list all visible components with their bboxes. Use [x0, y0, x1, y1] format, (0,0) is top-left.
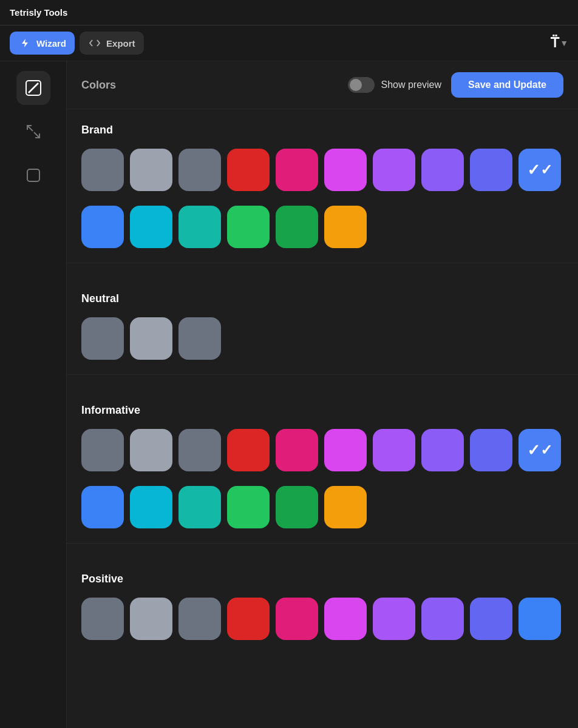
- svg-line-1: [29, 83, 38, 93]
- color-swatch-b2[interactable]: [130, 149, 172, 191]
- color-swatch-i14[interactable]: [227, 486, 270, 528]
- informative-section: Informative ✓: [67, 389, 578, 528]
- title-bar: Tetrisly Tools: [0, 0, 578, 25]
- color-swatch-i2[interactable]: [130, 429, 172, 471]
- informative-title: Informative: [81, 404, 563, 417]
- color-swatch-i15[interactable]: [276, 486, 318, 528]
- neutral-row1: [81, 317, 563, 360]
- neutral-title: Neutral: [81, 292, 563, 305]
- chevron-down-icon[interactable]: ▼: [560, 38, 568, 48]
- color-swatch-i9[interactable]: [470, 429, 512, 471]
- color-swatch-b5[interactable]: [276, 149, 318, 191]
- color-swatch-b3[interactable]: [178, 149, 221, 191]
- informative-row2: [81, 486, 563, 528]
- export-button[interactable]: Export: [80, 32, 144, 55]
- color-swatch-i16[interactable]: [324, 486, 367, 528]
- color-swatch-p7[interactable]: [373, 598, 415, 640]
- color-swatch-p9[interactable]: [470, 598, 512, 640]
- brand-row1: ✓: [81, 149, 563, 191]
- color-swatch-n2[interactable]: [130, 317, 172, 360]
- color-swatch-b10[interactable]: ✓: [518, 149, 561, 191]
- nav-right: T̈ ▼: [551, 35, 568, 51]
- svg-line-3: [27, 126, 33, 131]
- color-swatch-i7[interactable]: [373, 429, 415, 471]
- neutral-divider: [67, 374, 578, 375]
- color-swatch-i4[interactable]: [227, 429, 270, 471]
- section-title: Colors: [81, 79, 116, 92]
- show-preview-label: Show preview: [381, 79, 441, 90]
- color-swatch-i12[interactable]: [130, 486, 172, 528]
- content-header: Colors Show preview Save and Update: [67, 61, 578, 109]
- positive-row1: [81, 598, 563, 640]
- show-preview-toggle[interactable]: [348, 77, 375, 93]
- brand-section: Brand ✓: [67, 109, 578, 248]
- code-icon: [88, 36, 101, 50]
- brand-title: Brand: [81, 124, 563, 136]
- content-area: Colors Show preview Save and Update Bran…: [67, 61, 578, 728]
- wizard-button[interactable]: Wizard: [10, 32, 75, 55]
- color-swatch-b15[interactable]: [276, 206, 318, 248]
- color-swatch-b14[interactable]: [227, 206, 270, 248]
- color-swatch-p3[interactable]: [178, 598, 221, 640]
- color-swatch-p1[interactable]: [81, 598, 124, 640]
- nav-bar: Wizard Export T̈ ▼: [0, 25, 578, 61]
- color-swatch-p2[interactable]: [130, 598, 172, 640]
- show-preview-toggle-label[interactable]: Show preview: [348, 77, 441, 93]
- color-swatch-b4[interactable]: [227, 149, 270, 191]
- sidebar-item-expand[interactable]: [16, 115, 50, 149]
- color-swatch-b1[interactable]: [81, 149, 124, 191]
- color-swatch-b8[interactable]: [421, 149, 464, 191]
- color-swatch-b11[interactable]: [81, 206, 124, 248]
- brand-row2: [81, 206, 563, 248]
- brand-divider: [67, 263, 578, 263]
- nav-logo: T̈: [551, 35, 557, 51]
- color-swatch-i8[interactable]: [421, 429, 464, 471]
- informative-divider: [67, 543, 578, 544]
- color-swatch-b6[interactable]: [324, 149, 367, 191]
- color-swatch-p5[interactable]: [276, 598, 318, 640]
- color-swatch-n3[interactable]: [178, 317, 221, 360]
- color-swatch-i11[interactable]: [81, 486, 124, 528]
- color-swatch-b13[interactable]: [178, 206, 221, 248]
- sidebar-item-slash[interactable]: [16, 71, 50, 105]
- bolt-icon: [18, 36, 32, 50]
- color-swatch-i13[interactable]: [178, 486, 221, 528]
- color-swatch-p6[interactable]: [324, 598, 367, 640]
- color-swatch-n1[interactable]: [81, 317, 124, 360]
- svg-line-4: [34, 132, 39, 138]
- positive-title: Positive: [81, 573, 563, 585]
- color-swatch-b7[interactable]: [373, 149, 415, 191]
- sidebar: [0, 61, 67, 728]
- color-swatch-i6[interactable]: [324, 429, 367, 471]
- color-swatch-p4[interactable]: [227, 598, 270, 640]
- neutral-section: Neutral: [67, 278, 578, 360]
- color-swatch-b12[interactable]: [130, 206, 172, 248]
- color-swatch-i1[interactable]: [81, 429, 124, 471]
- color-swatch-b16[interactable]: [324, 206, 367, 248]
- color-swatch-i10[interactable]: ✓: [518, 429, 561, 471]
- main-layout: Colors Show preview Save and Update Bran…: [0, 61, 578, 728]
- svg-rect-5: [27, 169, 39, 181]
- color-swatch-p8[interactable]: [421, 598, 464, 640]
- sidebar-item-square[interactable]: [16, 158, 50, 192]
- svg-marker-0: [22, 39, 28, 47]
- wizard-label: Wizard: [36, 38, 66, 49]
- color-swatch-i3[interactable]: [178, 429, 221, 471]
- color-swatch-i5[interactable]: [276, 429, 318, 471]
- app-title: Tetrisly Tools: [10, 7, 67, 18]
- export-label: Export: [106, 38, 135, 49]
- positive-section: Positive: [67, 558, 578, 640]
- save-and-update-button[interactable]: Save and Update: [451, 72, 563, 98]
- informative-row1: ✓: [81, 429, 563, 471]
- toggle-knob: [350, 79, 362, 91]
- color-swatch-b9[interactable]: [470, 149, 512, 191]
- color-swatch-p10[interactable]: [518, 598, 561, 640]
